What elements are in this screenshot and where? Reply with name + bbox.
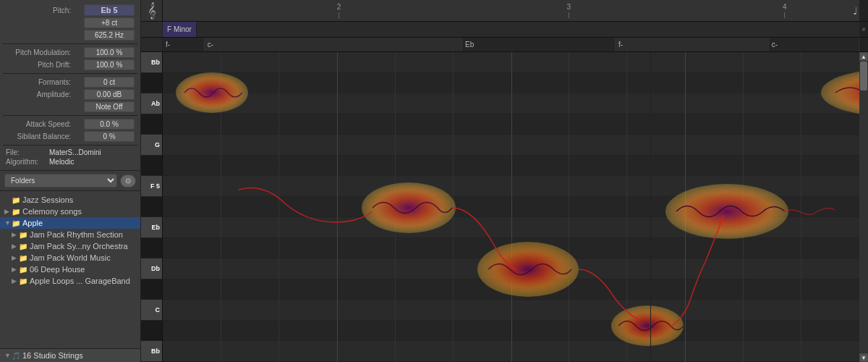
browser-action-button[interactable]: ⊙ bbox=[120, 174, 136, 188]
piano-key[interactable] bbox=[141, 156, 162, 177]
formants-label: Formants: bbox=[6, 78, 71, 86]
editor-header: 𝄞 2 3 4 ♩ bbox=[141, 0, 868, 22]
grid-row bbox=[163, 300, 859, 321]
algorithm-row: Algorithm: Melodic bbox=[3, 158, 137, 166]
tree-item-label: Apple bbox=[22, 219, 43, 227]
browser-select-dropdown[interactable]: Folders bbox=[4, 174, 117, 188]
grid-row bbox=[163, 73, 859, 94]
bottom-item-arrow: ▼ bbox=[4, 352, 12, 359]
attack-label: Attack Speed: bbox=[6, 120, 71, 128]
tree-item-label: 06 Deep House bbox=[30, 265, 85, 274]
tree-item[interactable]: ▶📁06 Deep House bbox=[0, 264, 140, 275]
piano-key[interactable] bbox=[141, 279, 162, 300]
piano-key[interactable] bbox=[141, 238, 162, 259]
bottom-item-label: 16 Studio Strings bbox=[22, 351, 83, 360]
piano-key[interactable] bbox=[141, 197, 162, 218]
tree-item-arrow: ▶ bbox=[4, 208, 12, 215]
algorithm-value: Melodic bbox=[49, 158, 74, 166]
tree-item-folder-icon: 📁 bbox=[12, 219, 20, 227]
piano-key[interactable]: Db bbox=[141, 258, 162, 279]
piano-key-label: G bbox=[155, 141, 160, 148]
tree-item-folder-icon: 📁 bbox=[19, 277, 27, 285]
piano-key[interactable]: G bbox=[141, 135, 162, 156]
tree-item-arrow: ▼ bbox=[4, 219, 12, 227]
amplitude-value[interactable]: 0.00 dB bbox=[84, 89, 135, 100]
bottom-item[interactable]: ▼ 🎵 16 Studio Strings bbox=[0, 348, 140, 362]
piano-key-label: Eb bbox=[151, 224, 160, 231]
tree-item-label: Jazz Sessions bbox=[22, 195, 73, 204]
tree-item[interactable]: ▶📁Apple Loops ... GarageBand bbox=[0, 275, 140, 287]
tree-item-arrow: ▶ bbox=[12, 243, 19, 250]
piano-key[interactable]: F 5 bbox=[141, 176, 162, 197]
tree-item-arrow: ▶ bbox=[12, 277, 19, 285]
grid-row bbox=[163, 176, 859, 197]
key-label-area: F Minor # bbox=[141, 22, 868, 38]
grid-rows bbox=[163, 52, 859, 362]
attack-value[interactable]: 0.0 % bbox=[84, 119, 135, 130]
piano-key[interactable]: Ab bbox=[141, 93, 162, 114]
amplitude-row: Amplitude: 0.00 dB bbox=[3, 89, 137, 100]
piano-key[interactable]: Bb bbox=[141, 341, 162, 362]
grid-row bbox=[163, 197, 859, 218]
key-label-fill bbox=[197, 22, 859, 37]
tree-item-folder-icon: 📁 bbox=[19, 254, 27, 262]
sibilant-value[interactable]: 0 % bbox=[84, 131, 135, 142]
pitch-drift-value[interactable]: 100.0 % bbox=[84, 59, 135, 70]
key-label-spacer bbox=[141, 22, 163, 37]
grid-row bbox=[163, 217, 859, 238]
pitch-hz-value[interactable]: 625.2 Hz bbox=[84, 30, 135, 41]
piano-key[interactable]: Bb bbox=[141, 52, 162, 73]
scroll-up-button[interactable]: ▲ bbox=[859, 52, 868, 61]
browser-toolbar: Folders ⊙ bbox=[0, 171, 140, 191]
pitch-value[interactable]: Eb 5 bbox=[84, 4, 135, 16]
chord-cell: f- bbox=[163, 38, 205, 51]
tree-item[interactable]: ▶📁Jam Pack Sy...ny Orchestra bbox=[0, 240, 140, 252]
tree-item[interactable]: ▶📁Jam Pack World Music bbox=[0, 252, 140, 264]
piano-roll: BbAbGF 5EbDbCBb bbox=[141, 52, 868, 362]
piano-key[interactable]: Eb bbox=[141, 217, 162, 238]
divider4 bbox=[3, 145, 137, 146]
scroll-thumb[interactable] bbox=[860, 62, 867, 90]
scroll-track[interactable] bbox=[859, 61, 868, 353]
tree-item[interactable]: 📁Jazz Sessions bbox=[0, 194, 140, 206]
piano-key[interactable] bbox=[141, 321, 162, 342]
piano-key[interactable] bbox=[141, 73, 162, 94]
left-panel: Pitch: Eb 5 +8 ct 625.2 Hz Pitch Modulat… bbox=[0, 0, 141, 362]
piano-key-label: Bb bbox=[151, 348, 160, 355]
grid-row bbox=[163, 238, 859, 259]
pitch-mod-label: Pitch Modulation: bbox=[6, 49, 71, 56]
chord-cell: c- bbox=[769, 38, 859, 51]
attack-row: Attack Speed: 0.0 % bbox=[3, 119, 137, 130]
piano-key[interactable]: C bbox=[141, 300, 162, 321]
scroll-top-spacer bbox=[859, 0, 868, 21]
formants-value[interactable]: 0 ct bbox=[84, 77, 135, 88]
grid-area[interactable] bbox=[163, 52, 859, 362]
pitch-mod-row: Pitch Modulation: 100.0 % bbox=[3, 47, 137, 58]
sibilant-label: Sibilant Balance: bbox=[6, 132, 71, 140]
ruler-mark-2: 2 bbox=[337, 3, 341, 18]
tree-item-folder-icon: 📁 bbox=[12, 196, 20, 204]
tree-item[interactable]: ▼📁Apple bbox=[0, 217, 140, 229]
scroll-down-button[interactable]: ▼ bbox=[859, 353, 868, 362]
pitch-mod-value[interactable]: 100.0 % bbox=[84, 47, 135, 58]
piano-key[interactable] bbox=[141, 114, 162, 135]
note-off-button[interactable]: Note Off bbox=[84, 101, 135, 112]
amplitude-label: Amplitude: bbox=[6, 90, 71, 98]
tree-item[interactable]: ▶📁Celemony songs bbox=[0, 206, 140, 217]
grid-row bbox=[163, 341, 859, 362]
tree-item-label: Celemony songs bbox=[22, 207, 82, 216]
grid-row bbox=[163, 156, 859, 177]
pitch-cents-value[interactable]: +8 ct bbox=[84, 17, 135, 28]
divider1 bbox=[3, 43, 137, 44]
tree-item[interactable]: ▶📁Jam Pack Rhythm Section bbox=[0, 229, 140, 240]
tree-item-arrow: ▶ bbox=[12, 266, 19, 273]
pitch-drift-label: Pitch Drift: bbox=[6, 61, 71, 69]
piano-key-label: Bb bbox=[151, 59, 160, 66]
key-label: F Minor bbox=[163, 22, 197, 37]
tree-item-folder-icon: 📁 bbox=[19, 266, 27, 274]
note-off-row: Note Off bbox=[3, 101, 137, 112]
piano-keys: BbAbGF 5EbDbCBb bbox=[141, 52, 163, 362]
chord-cell: Eb bbox=[462, 38, 616, 51]
sibilant-row: Sibilant Balance: 0 % bbox=[3, 131, 137, 142]
browser-section: Folders ⊙ 📁Jazz Sessions▶📁Celemony songs… bbox=[0, 171, 140, 362]
